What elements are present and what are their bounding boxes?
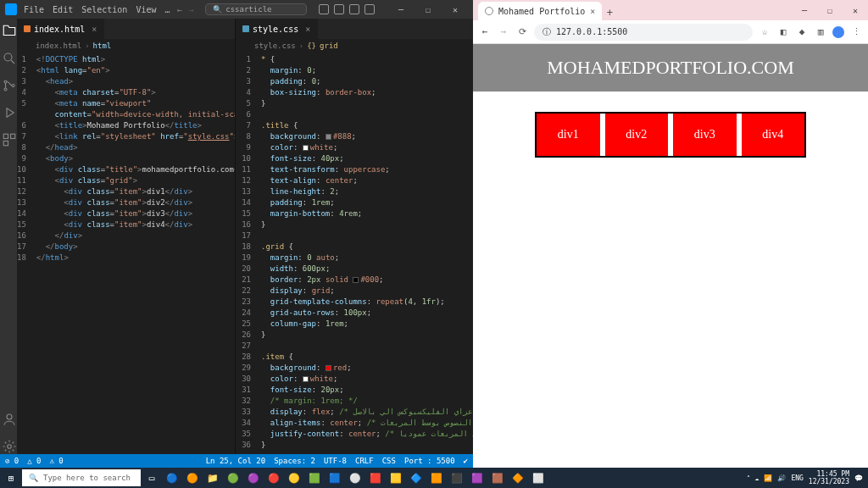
tray-volume-icon[interactable]: 🔊 (777, 474, 786, 482)
tray-up-icon[interactable]: ˄ (747, 474, 750, 482)
extension-icon[interactable]: ◆ (795, 25, 809, 39)
layout-full-icon[interactable] (364, 4, 375, 14)
layout-bottom-icon[interactable] (334, 4, 344, 14)
crumb-el: html (93, 42, 112, 50)
tray-cloud-icon[interactable]: ☁ (755, 474, 760, 482)
status-cursor[interactable]: Ln 25, Col 20 (206, 457, 265, 465)
minimize-button[interactable]: ─ (388, 1, 414, 18)
extension-icon[interactable]: ▥ (814, 25, 827, 39)
site-info-icon[interactable]: ⓘ (542, 26, 551, 38)
tab-label: index.html (34, 25, 85, 34)
taskbar-app-icon[interactable]: 🟨 (387, 469, 405, 486)
bookmark-icon[interactable]: ☆ (758, 25, 771, 39)
extension-icon[interactable]: ◧ (776, 25, 790, 39)
taskbar-app-icon[interactable]: ⬛ (448, 469, 466, 486)
menu-edit[interactable]: Edit (53, 5, 73, 14)
maximize-button[interactable]: ☐ (415, 1, 441, 18)
maximize-button[interactable]: ☐ (817, 0, 843, 20)
settings-icon[interactable] (2, 439, 17, 454)
status-bar: ⊘ 0 △ 0 ⚠ 0 Ln 25, Col 20 Spaces: 2 UTF-… (0, 454, 473, 468)
close-tab-icon[interactable]: × (305, 25, 310, 34)
grid-item: div3 (673, 114, 737, 156)
back-button[interactable]: ← (478, 25, 492, 39)
browser-tabstrip: Mohamed Portfolio × + ─ ☐ ✕ (473, 0, 868, 20)
taskbar-app-icon[interactable]: 🟩 (305, 469, 324, 486)
status-warnings[interactable]: △ 0 (27, 457, 41, 465)
layout-left-icon[interactable] (319, 4, 329, 14)
layout-right-icon[interactable] (349, 4, 359, 14)
crumb-selector-icon: {} (307, 42, 316, 50)
svg-rect-4 (3, 134, 8, 138)
taskbar-app-icon[interactable]: 🔶 (509, 469, 527, 486)
taskbar-app-icon[interactable]: 🟠 (183, 469, 202, 486)
forward-button[interactable]: → (497, 25, 510, 39)
status-prettier[interactable]: ✔ (464, 457, 468, 465)
search-icon[interactable] (2, 51, 17, 66)
tab-label: style.css (253, 25, 298, 34)
breadcrumb[interactable]: index.html› html (17, 39, 235, 53)
status-port[interactable]: Port : 5500 (404, 457, 455, 465)
menu-button[interactable]: ⋮ (849, 25, 863, 39)
reload-button[interactable]: ⟳ (515, 25, 529, 39)
taskbar-app-icon[interactable]: 🟡 (285, 469, 303, 486)
html-file-icon (24, 25, 31, 32)
browser-tab[interactable]: Mohamed Portfolio × (478, 2, 602, 20)
chrome-window: Mohamed Portfolio × + ─ ☐ ✕ ← → ⟳ ⓘ 127.… (473, 0, 868, 468)
command-search[interactable]: 🔍cssarticle (205, 3, 307, 15)
tab-style-css[interactable]: style.css× (236, 19, 318, 39)
taskbar-app-icon[interactable]: 🟦 (326, 469, 344, 486)
taskbar-app-icon[interactable]: 🔵 (163, 469, 181, 486)
menu-view[interactable]: View (136, 5, 156, 14)
address-bar[interactable]: ⓘ 127.0.0.1:5500 (534, 24, 753, 41)
debug-icon[interactable] (2, 105, 17, 120)
taskbar-app-icon[interactable]: ⚪ (346, 469, 364, 486)
taskbar-app-icon[interactable]: 🔴 (264, 469, 283, 486)
taskbar-search[interactable]: 🔍Type here to search (22, 469, 141, 486)
scm-icon[interactable] (2, 78, 17, 93)
taskbar-app-icon[interactable]: 🟢 (224, 469, 242, 486)
taskbar-app-icon[interactable]: 🔷 (407, 469, 426, 486)
url-text: 127.0.0.1:5500 (556, 27, 627, 36)
menu-selection[interactable]: Selection (81, 5, 127, 14)
clock-date: 12/31/2023 (809, 478, 849, 485)
close-tab-icon[interactable]: × (92, 25, 97, 34)
taskbar-app-icon[interactable]: 🟥 (366, 469, 385, 486)
svg-rect-6 (3, 141, 8, 146)
task-view-icon[interactable]: ▭ (142, 469, 161, 486)
taskbar-clock[interactable]: 11:45 PM 12/31/2023 (809, 470, 849, 485)
notifications-icon[interactable]: 💬 (854, 474, 863, 482)
tab-index-html[interactable]: index.html× (17, 19, 104, 39)
tray-lang-icon[interactable]: ENG (791, 474, 803, 482)
start-button[interactable]: ⊞ (2, 469, 20, 486)
menu-file[interactable]: File (24, 5, 44, 14)
extensions-icon[interactable] (2, 132, 17, 147)
menu-more[interactable]: … (164, 5, 170, 14)
nav-back-icon[interactable]: ← (177, 5, 182, 14)
taskbar-app-icon[interactable]: 🟣 (244, 469, 263, 486)
tray-wifi-icon[interactable]: 📶 (764, 474, 772, 482)
status-spaces[interactable]: Spaces: 2 (274, 457, 315, 465)
status-errors[interactable]: ⊘ 0 (5, 457, 19, 465)
html-file-icon (25, 42, 32, 49)
account-icon[interactable] (2, 412, 17, 427)
svg-point-1 (4, 80, 7, 83)
status-lang[interactable]: CSS (382, 457, 396, 465)
minimize-button[interactable]: ─ (792, 0, 817, 20)
status-encoding[interactable]: UTF-8 (324, 457, 347, 465)
status-info[interactable]: ⚠ 0 (50, 457, 64, 465)
taskbar-app-icon[interactable]: 🟧 (427, 469, 446, 486)
code-area-html[interactable]: 123456789101112131415161718 <!DOCTYPE ht… (17, 53, 235, 454)
explorer-icon[interactable] (2, 24, 17, 39)
close-tab-icon[interactable]: × (590, 7, 595, 16)
new-tab-button[interactable]: + (602, 5, 617, 20)
taskbar-app-icon[interactable]: 🟫 (488, 469, 507, 486)
taskbar-app-icon[interactable]: 🟪 (468, 469, 487, 486)
profile-icon[interactable] (832, 26, 844, 38)
nav-fwd-icon[interactable]: → (189, 5, 194, 14)
taskbar-app-icon[interactable]: ⬜ (529, 469, 548, 486)
search-icon: 🔍 (29, 474, 38, 482)
close-button[interactable]: ✕ (843, 0, 868, 20)
close-button[interactable]: ✕ (442, 1, 468, 18)
status-eol[interactable]: CRLF (355, 457, 374, 465)
taskbar-app-icon[interactable]: 📁 (203, 469, 222, 486)
